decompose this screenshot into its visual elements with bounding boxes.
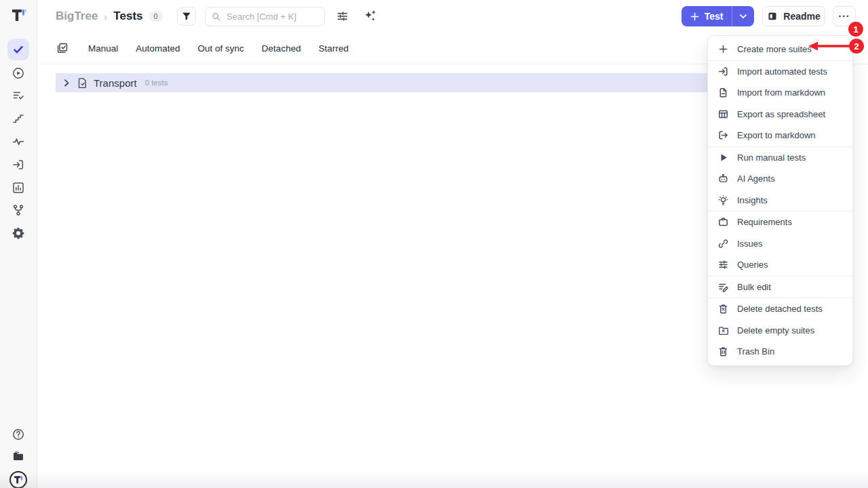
sidebar-item-imports[interactable] xyxy=(12,158,25,171)
select-all-button[interactable] xyxy=(56,42,68,54)
import-box-icon xyxy=(717,66,729,77)
sidebar-item-branches[interactable] xyxy=(12,203,25,217)
profile-logo-icon xyxy=(9,470,28,488)
play-icon xyxy=(717,152,729,163)
branch-icon xyxy=(12,203,25,217)
link-icon xyxy=(717,238,729,249)
sidebar-item-tests[interactable] xyxy=(7,39,29,60)
plus-icon xyxy=(690,12,699,21)
tune-button[interactable] xyxy=(336,10,349,22)
tab-manual[interactable]: Manual xyxy=(88,43,118,54)
menu-item-export-to-markdown[interactable]: Export to markdown xyxy=(708,125,852,146)
annotation-step-2-number: 2 xyxy=(854,41,859,52)
create-test-split-button[interactable]: Test xyxy=(682,6,754,26)
tab-automated[interactable]: Automated xyxy=(136,43,180,54)
tune-icon xyxy=(336,10,349,22)
book-icon xyxy=(767,11,778,22)
check-icon xyxy=(12,43,25,56)
more-options-menu: Create more suites Import automated test… xyxy=(707,35,853,366)
menu-item-queries[interactable]: Queries xyxy=(708,254,852,276)
import-box-icon xyxy=(12,158,25,171)
tests-count-badge: 0 xyxy=(149,11,163,22)
suite-document-icon xyxy=(77,77,88,89)
sidebar-item-docs[interactable] xyxy=(12,450,25,464)
gear-icon xyxy=(12,226,25,240)
page-title: Tests xyxy=(113,9,142,23)
tab-list: Manual Automated Out of sync Detached St… xyxy=(88,33,349,64)
table-icon xyxy=(717,108,729,120)
bar-chart-box-icon xyxy=(12,181,25,195)
ai-sparkles-button[interactable] xyxy=(363,9,376,22)
folder-x-icon xyxy=(717,325,729,336)
menu-item-delete-detached-tests[interactable]: Delete detached tests xyxy=(708,298,852,320)
header: BigTree › Tests 0 Test Readme ··· xyxy=(37,0,868,33)
sidebar xyxy=(0,0,37,488)
menu-item-import-automated-tests[interactable]: Import automated tests xyxy=(708,61,852,83)
steps-icon xyxy=(12,112,25,125)
menu-item-insights[interactable]: Insights xyxy=(708,190,852,211)
menu-item-ai-agents[interactable]: AI Agents xyxy=(708,168,852,190)
search-box[interactable] xyxy=(205,7,325,26)
menu-item-bulk-edit[interactable]: Bulk edit xyxy=(708,277,852,298)
lightbulb-icon xyxy=(717,195,729,206)
sidebar-item-plans[interactable] xyxy=(12,89,25,102)
menu-item-delete-empty-suites[interactable]: Delete empty suites xyxy=(708,320,852,342)
chevron-right-icon xyxy=(62,78,71,87)
ellipsis-icon: ··· xyxy=(839,11,850,22)
readme-button[interactable]: Readme xyxy=(762,6,825,26)
create-test-dropdown-button[interactable] xyxy=(732,6,754,26)
document-icon xyxy=(717,87,729,98)
suite-name[interactable]: Transport xyxy=(94,77,137,89)
search-input[interactable] xyxy=(225,11,318,22)
trash-icon xyxy=(717,346,729,357)
sidebar-item-reports[interactable] xyxy=(12,181,25,195)
annotation-step-2-badge: 2 xyxy=(849,39,864,54)
sidebar-item-milestones[interactable] xyxy=(12,112,25,125)
sidebar-item-settings[interactable] xyxy=(12,226,25,240)
suite-test-count: 0 tests xyxy=(145,79,168,87)
menu-item-requirements[interactable]: Requirements xyxy=(708,211,852,233)
app-logo-icon[interactable] xyxy=(9,6,27,24)
funnel-icon xyxy=(181,11,192,22)
briefcase-icon xyxy=(717,216,729,228)
sidebar-item-profile[interactable] xyxy=(9,470,22,484)
sidebar-item-help[interactable] xyxy=(12,428,25,441)
breadcrumb: BigTree › Tests 0 xyxy=(56,0,163,33)
search-icon xyxy=(212,12,220,22)
play-circle-icon xyxy=(12,66,25,80)
annotation-step-1-number: 1 xyxy=(853,24,858,35)
chevron-down-icon xyxy=(740,14,747,19)
create-test-label: Test xyxy=(705,11,724,22)
trash-x-icon xyxy=(717,303,729,314)
help-circle-icon xyxy=(12,428,25,441)
select-check-icon xyxy=(56,42,68,54)
sliders-icon xyxy=(717,259,729,270)
export-box-icon xyxy=(717,129,729,141)
menu-item-import-from-markdown[interactable]: Import from markdown xyxy=(708,82,852,104)
plus-icon xyxy=(717,43,729,55)
menu-item-trash-bin[interactable]: Trash Bin xyxy=(708,341,852,363)
menu-item-issues[interactable]: Issues xyxy=(708,233,852,255)
sidebar-item-pulse[interactable] xyxy=(12,135,25,148)
readme-label: Readme xyxy=(783,11,820,22)
folder-icon xyxy=(12,450,25,464)
robot-icon xyxy=(717,173,729,184)
breadcrumb-separator: › xyxy=(104,11,107,22)
list-check-icon xyxy=(12,89,25,102)
pulse-icon xyxy=(12,135,25,148)
menu-item-export-as-spreadsheet[interactable]: Export as spreadsheet xyxy=(708,104,852,125)
annotation-arrow-icon xyxy=(808,41,849,52)
sidebar-item-runs[interactable] xyxy=(12,66,25,80)
sparkles-icon xyxy=(363,9,376,22)
bulk-edit-icon xyxy=(717,281,729,293)
annotation-step-1-badge: 1 xyxy=(848,22,863,37)
filter-button[interactable] xyxy=(177,7,196,26)
tab-detached[interactable]: Detached xyxy=(262,43,301,54)
tab-starred[interactable]: Starred xyxy=(319,43,349,54)
create-test-button[interactable]: Test xyxy=(682,6,732,26)
menu-item-run-manual-tests[interactable]: Run manual tests xyxy=(708,147,852,169)
breadcrumb-project[interactable]: BigTree xyxy=(56,9,98,23)
tab-out-of-sync[interactable]: Out of sync xyxy=(198,43,244,54)
bottom-fade xyxy=(0,472,868,488)
